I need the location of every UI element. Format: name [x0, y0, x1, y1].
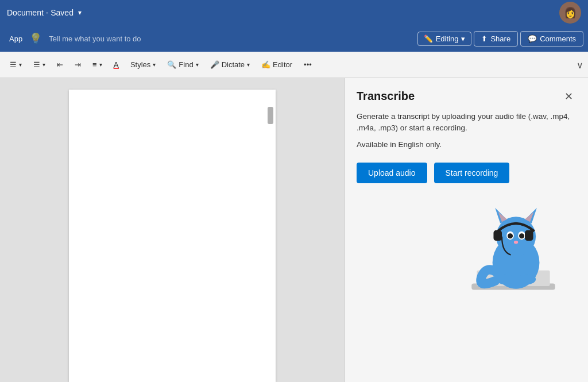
number-dropdown-icon: ▾: [42, 61, 45, 68]
align-dropdown-icon: ▾: [99, 61, 102, 68]
editor-icon: ✍: [261, 60, 270, 69]
share-label: Share: [490, 34, 510, 43]
svg-rect-14: [525, 230, 533, 240]
svg-point-10: [508, 233, 513, 238]
svg-point-16: [517, 274, 536, 284]
number-list-icon: ☰: [33, 60, 40, 69]
find-label: Find: [179, 60, 193, 69]
app-label[interactable]: App: [5, 32, 27, 45]
editor-label: Editor: [273, 60, 292, 69]
dictate-button[interactable]: 🎤 Dictate ▾: [205, 57, 255, 72]
indent-icon: ⇥: [75, 60, 81, 69]
transcribe-panel: Transcribe ✕ Generate a transcript by up…: [345, 78, 588, 382]
styles-button[interactable]: Styles ▾: [125, 57, 161, 72]
align-button[interactable]: ≡ ▾: [87, 57, 107, 72]
bullet-list-icon: ☰: [10, 60, 17, 69]
pencil-icon: ✏️: [424, 34, 433, 43]
styles-dropdown-icon: ▾: [153, 61, 156, 68]
svg-rect-13: [493, 230, 502, 240]
number-list-button[interactable]: ☰ ▾: [28, 57, 51, 72]
scroll-handle[interactable]: [268, 107, 273, 124]
panel-header: Transcribe ✕: [357, 90, 577, 103]
more-icon: •••: [304, 60, 312, 69]
title-bar-left: Document - Saved ▾: [7, 8, 82, 17]
start-recording-button[interactable]: Start recording: [434, 163, 510, 183]
outdent-button[interactable]: ⇤: [52, 57, 68, 72]
share-button[interactable]: ⬆ Share: [474, 31, 518, 47]
ribbon-expand-icon[interactable]: ∨: [577, 59, 583, 70]
more-button[interactable]: •••: [299, 57, 317, 72]
document-page[interactable]: [69, 90, 276, 382]
document-title: Document - Saved: [7, 8, 74, 17]
document-area: [0, 78, 345, 382]
panel-note: Available in English only.: [357, 140, 577, 149]
main-area: Transcribe ✕ Generate a transcript by up…: [0, 78, 588, 382]
editing-button[interactable]: ✏️ Editing ▾: [417, 32, 472, 46]
panel-buttons: Upload audio Start recording: [357, 163, 577, 183]
svg-point-15: [496, 274, 515, 284]
lightbulb-icon: 💡: [29, 32, 42, 45]
svg-point-11: [519, 233, 524, 238]
comments-button[interactable]: 💬 Comments: [520, 31, 583, 47]
comments-label: Comments: [540, 34, 576, 43]
dictate-dropdown-icon: ▾: [247, 61, 250, 68]
comments-icon: 💬: [528, 34, 537, 43]
styles-label: Styles: [130, 60, 150, 69]
outdent-icon: ⇤: [57, 60, 63, 69]
find-button[interactable]: 🔍 Find ▾: [162, 57, 203, 72]
avatar-image: 👩: [559, 2, 581, 24]
dictate-label: Dictate: [222, 60, 245, 69]
find-icon: 🔍: [167, 60, 176, 69]
cat-illustration-container: [357, 195, 577, 310]
find-dropdown-icon: ▾: [196, 61, 199, 68]
font-color-button[interactable]: A: [109, 57, 124, 73]
editing-label: Editing: [436, 34, 459, 43]
bullet-dropdown-icon: ▾: [19, 61, 22, 68]
search-box[interactable]: Tell me what you want to do: [44, 32, 145, 45]
user-avatar[interactable]: 👩: [559, 2, 581, 24]
dictate-icon: 🎤: [210, 60, 219, 69]
ribbon: ☰ ▾ ☰ ▾ ⇤ ⇥ ≡ ▾ A Styles ▾ 🔍 Find ▾ 🎤 Di…: [0, 52, 588, 78]
close-panel-button[interactable]: ✕: [561, 90, 577, 103]
upload-audio-button[interactable]: Upload audio: [357, 163, 427, 183]
panel-description: Generate a transcript by uploading your …: [357, 111, 577, 134]
cat-illustration: [456, 195, 571, 310]
editing-dropdown-icon: ▾: [461, 34, 465, 43]
svg-point-12: [514, 241, 518, 244]
share-icon: ⬆: [481, 34, 488, 43]
command-bar: App 💡 Tell me what you want to do ✏️ Edi…: [0, 25, 588, 52]
font-color-icon: A: [114, 60, 119, 70]
title-bar: Document - Saved ▾ 👩: [0, 0, 588, 25]
indent-button[interactable]: ⇥: [69, 57, 86, 72]
bullet-list-button[interactable]: ☰ ▾: [5, 57, 27, 72]
align-icon: ≡: [92, 60, 97, 69]
editor-button[interactable]: ✍ Editor: [256, 57, 297, 72]
title-dropdown-icon[interactable]: ▾: [78, 9, 82, 17]
panel-title: Transcribe: [357, 90, 415, 103]
